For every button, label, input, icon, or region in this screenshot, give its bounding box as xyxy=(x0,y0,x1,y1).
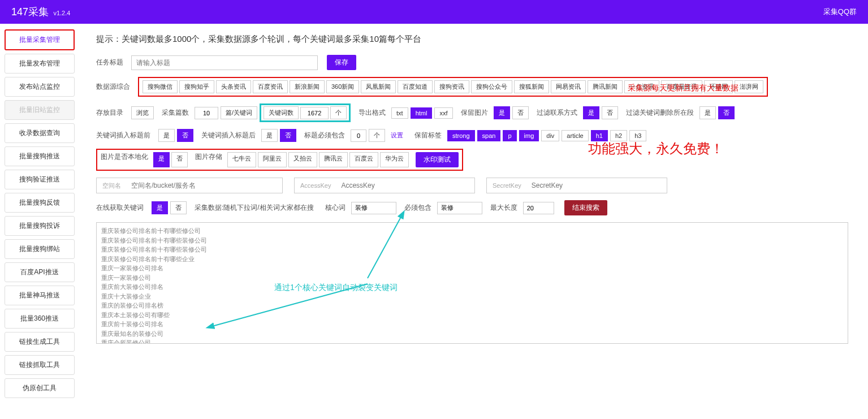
keyword-unit: 个 xyxy=(330,106,347,119)
source-tag[interactable]: 搜狗微信 xyxy=(142,80,178,93)
sidebar-item-sogou-feedback[interactable]: 批量搜狗反馈 xyxy=(5,193,75,213)
img-local-yes[interactable]: 是 xyxy=(153,152,170,167)
online-kw-no[interactable]: 否 xyxy=(170,201,187,214)
img-local-no[interactable]: 否 xyxy=(171,152,188,167)
keywords-textarea[interactable]: 重庆装修公司排名前十有哪些修公司 重庆装修公司排名前十有哪些装修公司 重庆装修公… xyxy=(96,222,848,344)
space-input[interactable] xyxy=(127,178,274,193)
insert-after-yes[interactable]: 是 xyxy=(261,129,278,142)
core-kw-label: 核心词 xyxy=(325,203,346,213)
secretkey-input[interactable] xyxy=(527,178,663,193)
tag-p[interactable]: p xyxy=(503,130,516,141)
sidebar-item-pseudo-original[interactable]: 伪原创工具 xyxy=(5,378,75,398)
sidebar-item-baidu-api[interactable]: 百度API推送 xyxy=(5,262,75,282)
source-tag[interactable]: 搜狗资讯 xyxy=(434,80,469,93)
sidebar-item-sogou-bind[interactable]: 批量搜狗绑站 xyxy=(5,239,75,259)
sidebar-item-site-monitor[interactable]: 发布站点监控 xyxy=(5,77,75,97)
filter-contact-no[interactable]: 否 xyxy=(602,106,618,119)
store-baidu[interactable]: 百度云 xyxy=(349,152,378,167)
must-contain-label: 标题必须包含 xyxy=(304,131,345,140)
sidebar-item-sogou-complaint[interactable]: 批量搜狗投诉 xyxy=(5,216,75,236)
sidebar-item-sogou-verify[interactable]: 搜狗验证推送 xyxy=(5,170,75,189)
sidebar-item-shenma-push[interactable]: 批量神马推送 xyxy=(5,286,75,305)
sidebar-item-360-push[interactable]: 批量360推送 xyxy=(5,309,75,329)
sidebar-item-index-query[interactable]: 收录数据查询 xyxy=(5,123,75,143)
format-xxf[interactable]: xxf xyxy=(434,107,452,119)
storage-label: 存放目录 xyxy=(96,108,123,118)
keep-img-yes[interactable]: 是 xyxy=(494,106,510,119)
online-kw-yes[interactable]: 是 xyxy=(152,201,168,214)
task-title-label: 任务标题 xyxy=(96,58,123,67)
space-input-group: 空间名 xyxy=(96,178,283,193)
browse-button[interactable]: 浏览 xyxy=(131,106,154,119)
insert-after-no[interactable]: 否 xyxy=(280,129,296,142)
insert-before-no[interactable]: 否 xyxy=(177,129,193,142)
secretkey-input-group: SecretKey xyxy=(486,178,667,193)
accesskey-input-group: AccessKey xyxy=(294,178,475,193)
tag-strong[interactable]: strong xyxy=(447,130,475,141)
tag-img[interactable]: img xyxy=(519,130,539,141)
core-kw-input[interactable] xyxy=(351,202,396,214)
output-format-label: 导出格式 xyxy=(359,108,386,118)
format-html[interactable]: html xyxy=(411,107,433,119)
keep-tags-label: 保留标签 xyxy=(414,131,442,140)
source-tag[interactable]: 新浪新闻 xyxy=(290,80,325,93)
collect-num-input[interactable] xyxy=(195,107,218,119)
img-store-label: 图片存储 xyxy=(195,152,222,167)
space-prefix: 空间名 xyxy=(97,182,127,190)
must-contain-input[interactable] xyxy=(437,202,482,214)
store-upyun[interactable]: 又拍云 xyxy=(288,152,317,167)
save-button[interactable]: 保存 xyxy=(327,55,356,70)
source-tag[interactable]: 搜狗公众号 xyxy=(471,80,512,93)
watermark-test-button[interactable]: 水印测试 xyxy=(416,152,459,167)
store-qiniu[interactable]: 七牛云 xyxy=(227,152,256,167)
keyword-count-highlight: 关键词数 个 xyxy=(260,103,351,122)
source-tag[interactable]: 凤凰新闻 xyxy=(361,80,396,93)
sidebar-item-sogou-push[interactable]: 批量搜狗推送 xyxy=(5,146,75,166)
end-search-button[interactable]: 结束搜索 xyxy=(564,200,607,215)
insert-before-yes[interactable]: 是 xyxy=(158,129,175,142)
sidebar-item-link-gen[interactable]: 链接生成工具 xyxy=(5,332,75,352)
annotation-feature-note: 功能强大，永久免费！ xyxy=(588,140,724,158)
sidebar: 批量采集管理 批量发布管理 发布站点监控 批量旧站监控 收录数据查询 批量搜狗推… xyxy=(0,24,79,407)
collect-note: 采集数据:随机下拉词/相关词大家都在搜 xyxy=(195,203,314,213)
online-kw-label: 在线获取关键词 xyxy=(96,203,144,213)
settings-link[interactable]: 设置 xyxy=(391,131,403,140)
format-txt[interactable]: txt xyxy=(391,107,408,119)
source-tag[interactable]: 百度资讯 xyxy=(253,80,288,93)
store-huawei[interactable]: 华为云 xyxy=(380,152,409,167)
sidebar-item-link-grab[interactable]: 链接抓取工具 xyxy=(5,355,75,375)
app-title: 147采集 xyxy=(11,6,49,18)
must-contain-count[interactable] xyxy=(351,129,366,142)
tag-article[interactable]: article xyxy=(562,130,588,141)
source-tag[interactable]: 搜狗知乎 xyxy=(179,80,214,93)
qq-group-link[interactable]: 采集QQ群 xyxy=(823,7,857,17)
annotation-keyword-note: 通过1个核心关键词自动裂变关键词 xyxy=(274,283,398,293)
source-tag[interactable]: 头条资讯 xyxy=(216,80,251,93)
sidebar-item-publish-manage[interactable]: 批量发布管理 xyxy=(5,54,75,74)
img-local-label: 图片是否本地化 xyxy=(101,152,148,167)
annotation-source-note: 采集源每天更新且拥有大量数据 xyxy=(628,83,739,93)
collect-num-label: 采集篇数 xyxy=(162,108,189,118)
source-tag[interactable]: 网易资讯 xyxy=(551,80,586,93)
source-tag[interactable]: 360新闻 xyxy=(326,80,359,93)
sk-prefix: SecretKey xyxy=(487,182,527,189)
store-tencent[interactable]: 腾讯云 xyxy=(319,152,348,167)
sidebar-item-collect-manage[interactable]: 批量采集管理 xyxy=(5,29,75,50)
source-tag[interactable]: 澎湃网 xyxy=(735,80,763,93)
filter-kw-yes[interactable]: 是 xyxy=(699,106,716,119)
filter-contact-yes[interactable]: 是 xyxy=(583,106,599,119)
source-tag[interactable]: 腾讯新闻 xyxy=(588,80,623,93)
store-aliyun[interactable]: 阿里云 xyxy=(258,152,287,167)
keep-img-no[interactable]: 否 xyxy=(512,106,529,119)
tag-span[interactable]: span xyxy=(477,130,501,141)
source-tag[interactable]: 搜狐新闻 xyxy=(514,80,549,93)
source-tag[interactable]: 百度知道 xyxy=(398,80,433,93)
accesskey-input[interactable] xyxy=(336,178,472,193)
filter-kw-no[interactable]: 否 xyxy=(718,106,735,119)
tag-div[interactable]: div xyxy=(541,130,559,141)
insert-before-label: 关键词插入标题前 xyxy=(96,131,150,140)
max-len-input[interactable] xyxy=(523,202,554,214)
keyword-num-input[interactable] xyxy=(300,107,329,119)
page-tip: 提示：关键词数最多1000个，采集数据源多个轮训，每个关键词最多采集10篇每个平… xyxy=(96,34,848,45)
task-title-input[interactable] xyxy=(131,55,318,70)
